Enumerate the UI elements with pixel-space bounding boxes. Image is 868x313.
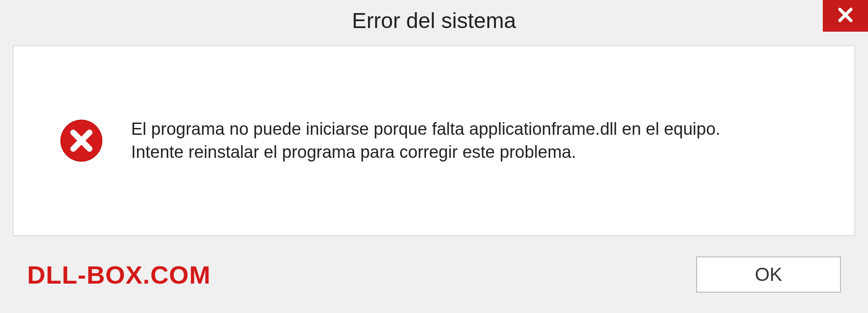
titlebar: Error del sistema — [0, 0, 868, 41]
close-button[interactable] — [823, 0, 868, 32]
close-icon — [836, 5, 855, 26]
ok-button[interactable]: OK — [696, 256, 841, 293]
error-message: El programa no puede iniciarse porque fa… — [131, 118, 764, 164]
error-dialog: Error del sistema El programa no puede i… — [0, 0, 868, 313]
dialog-footer: DLL-BOX.COM OK — [0, 236, 868, 313]
watermark-text: DLL-BOX.COM — [27, 260, 211, 289]
content-area: El programa no puede iniciarse porque fa… — [13, 45, 855, 236]
error-icon — [59, 118, 104, 163]
dialog-title: Error del sistema — [352, 8, 516, 33]
